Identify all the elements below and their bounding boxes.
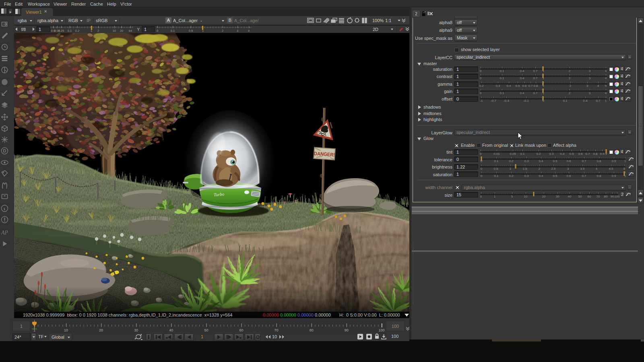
svg-text:2.5: 2.5 [551,167,556,171]
svg-text:80: 80 [310,328,314,332]
svg-text:40: 40 [568,195,572,198]
svg-text:30: 30 [556,195,559,198]
svg-text:-0.7: -0.7 [491,99,496,103]
svg-text:0.05: 0.05 [510,152,516,156]
svg-text:30: 30 [134,328,138,332]
svg-text:2: 2 [569,76,571,80]
svg-text:3.5: 3.5 [580,167,585,171]
svg-text:0.4: 0.4 [583,99,588,103]
svg-text:1: 1 [605,99,607,103]
svg-text:0.4: 0.4 [520,69,524,73]
svg-text:0.8: 0.8 [533,84,538,88]
svg-text:f/8: f/8 [21,27,26,32]
svg-text:80: 80 [604,195,608,198]
svg-text:70: 70 [597,195,600,198]
svg-text:4: 4 [605,91,607,95]
svg-text:50: 50 [578,195,582,198]
svg-text:0.5: 0.5 [515,84,520,88]
svg-text:0.2: 0.2 [509,159,514,163]
svg-text:0.7: 0.7 [533,69,538,73]
svg-text:0.6: 0.6 [522,84,527,88]
svg-text:Turbo: Turbo [214,191,225,197]
svg-text:1: 1 [33,320,35,323]
svg-text:0.7: 0.7 [596,99,601,103]
svg-text:0: 0 [480,195,482,198]
svg-text:5: 5 [511,195,513,198]
svg-text:0.25: 0.25 [58,29,64,33]
svg-text:2: 2 [569,69,571,73]
svg-text:10: 10 [64,328,68,332]
svg-text:0.1: 0.1 [500,76,504,80]
svg-text:0.9: 0.9 [611,159,616,163]
svg-text:4.5: 4.5 [609,167,613,171]
svg-text:0.2: 0.2 [75,29,79,33]
svg-text:0.7: 0.7 [582,159,586,163]
svg-text:0.3: 0.3 [549,152,554,156]
svg-text:5: 5 [623,167,625,171]
svg-text:0.5: 0.5 [493,167,498,171]
svg-text:3: 3 [567,167,569,171]
svg-text:60: 60 [588,195,591,198]
svg-text:4: 4 [597,84,599,88]
svg-text:0.3: 0.3 [524,159,529,163]
svg-text:D: D [3,148,6,153]
svg-text:0.2: 0.2 [536,152,541,156]
svg-text:2: 2 [97,29,99,33]
svg-text:10: 10 [113,29,116,33]
svg-text:64: 64 [129,29,132,33]
svg-text:0.6: 0.6 [566,159,571,163]
svg-text:0.4: 0.4 [520,76,524,80]
svg-text:0.1: 0.1 [494,159,499,163]
svg-text:0.5: 0.5 [189,29,193,33]
svg-text:0.8: 0.8 [597,174,601,178]
svg-text:0.2: 0.2 [479,84,484,88]
svg-text:3: 3 [589,91,591,95]
svg-text:2: 2 [222,29,223,33]
svg-text:2: 2 [570,84,572,88]
svg-text:-1: -1 [480,99,483,103]
svg-text:10: 10 [524,195,528,198]
svg-text:0.6: 0.6 [578,152,583,156]
svg-text:0.5: 0.5 [553,159,557,163]
svg-text:0.2: 0.2 [509,174,514,178]
svg-text:90: 90 [345,328,349,332]
svg-text:0.7: 0.7 [528,84,533,88]
svg-text:0: 0 [480,91,482,95]
svg-text:0: 0 [481,167,483,171]
svg-text:1: 1 [624,159,626,163]
svg-text:1: 1 [510,167,512,171]
svg-text:3: 3 [589,76,591,80]
svg-text:1:1: 1:1 [385,18,391,23]
svg-text:0.8: 0.8 [593,152,598,156]
svg-text:0.7: 0.7 [533,91,538,95]
svg-text:0.3: 0.3 [524,174,529,178]
svg-text:0.1: 0.1 [171,29,175,33]
svg-text:0.7: 0.7 [585,152,590,156]
svg-text:0.4: 0.4 [539,174,543,178]
svg-text:0.1: 0.1 [563,99,568,103]
svg-text:20: 20 [120,29,123,33]
svg-text:90: 90 [611,195,614,198]
svg-text:40: 40 [169,328,173,332]
svg-text:60: 60 [239,328,243,332]
svg-text:AP: AP [1,230,8,236]
svg-text:2: 2 [569,91,571,95]
svg-text:0.5: 0.5 [569,152,574,156]
svg-text:4: 4 [605,69,607,73]
svg-text:100: 100 [614,195,620,198]
svg-text:20: 20 [99,328,103,332]
svg-text:0.5: 0.5 [553,174,557,178]
svg-text:50: 50 [204,328,208,332]
svg-text:0.7: 0.7 [533,76,538,80]
svg-text:0.7: 0.7 [582,174,586,178]
svg-text:4: 4 [248,29,250,33]
svg-text:0.4: 0.4 [520,91,524,95]
svg-text:1: 1 [494,195,496,198]
svg-text:0.1: 0.1 [68,29,72,33]
svg-text:0: 0 [480,76,482,80]
svg-text:0.1: 0.1 [500,69,504,73]
svg-text:4: 4 [596,167,598,171]
svg-text:5: 5 [605,84,607,88]
svg-text:0.1: 0.1 [500,91,504,95]
svg-text:100%: 100% [372,18,384,23]
